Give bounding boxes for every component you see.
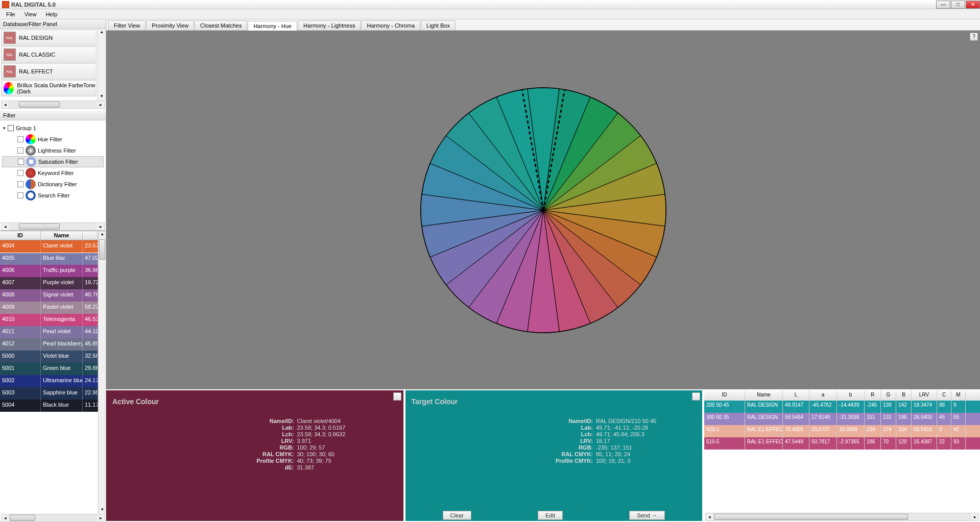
filter-checkbox[interactable] — [17, 136, 23, 142]
filter-checkbox[interactable] — [18, 159, 24, 165]
minimize-button[interactable]: — — [936, 1, 950, 9]
results-header-ID[interactable]: ID — [704, 390, 745, 401]
color-row-4006[interactable]: 4006Traffic purple36.964 — [0, 265, 98, 277]
group-label: Group 1 — [16, 125, 36, 131]
results-header-b[interactable]: b — [837, 390, 865, 401]
color-row-5000[interactable]: 5000Violet blue32.58 — [0, 351, 98, 363]
results-hscroll[interactable]: ◂▸ — [705, 513, 979, 521]
active-colour-panel: ? Active Colour Name/ID:Claret violet/40… — [106, 390, 403, 521]
tab-light-box[interactable]: Light Box — [421, 20, 456, 30]
filter-hue-filter[interactable]: Hue Filter — [2, 134, 104, 145]
filter-checkbox[interactable] — [17, 181, 23, 187]
color-row-5001[interactable]: 5001Green blue29.865 — [0, 363, 98, 375]
results-header-LRV[interactable]: LRV — [912, 390, 937, 401]
hue-wheel[interactable] — [418, 85, 668, 335]
field-key: RAL CMYK: — [223, 451, 294, 457]
color-row-4005[interactable]: 4005Blue lilac47.024 — [0, 253, 98, 265]
filter-search-filter[interactable]: Search Filter — [2, 190, 104, 201]
results-header-B[interactable]: B — [896, 390, 912, 401]
close-button[interactable]: ✕ — [966, 1, 980, 9]
color-row-5002[interactable]: 5002Ultramarine blue24.178 — [0, 375, 98, 387]
filter-icon — [26, 168, 36, 178]
tab-filter-view[interactable]: Filter View — [108, 20, 146, 30]
filter-dictionary-filter[interactable]: Dictionary Filter — [2, 179, 104, 190]
edit-button[interactable]: Edit — [538, 511, 563, 520]
field-value: 85; 11; 20; 24 — [596, 451, 698, 457]
results-header-a[interactable]: a — [809, 390, 837, 401]
field-value: RAL DESIGN/210 50 45 — [596, 418, 698, 424]
menu-file[interactable]: File — [2, 10, 19, 18]
tab-harmony-lightness[interactable]: Harmony - Lightness — [298, 20, 361, 30]
color-row-4010[interactable]: 4010Telemagenta46.53 — [0, 314, 98, 326]
field-key: LRV: — [521, 438, 593, 444]
results-header-L[interactable]: L — [783, 390, 809, 401]
results-header-M[interactable]: M — [951, 390, 966, 401]
field-value: 31.387 — [297, 464, 399, 470]
color-row-4007[interactable]: 4007Purple violet19.72 — [0, 277, 98, 289]
target-colour-title: Target Colour — [412, 397, 699, 406]
filter-keyword-filter[interactable]: Keyword Filter — [2, 167, 104, 179]
filter-checkbox[interactable] — [17, 192, 23, 198]
filter-label: Lightness Filter — [38, 147, 76, 154]
results-row-0[interactable]: 200 50 45RAL DESIGN49.9147-45.4762-14.44… — [704, 401, 980, 413]
color-row-4011[interactable]: 4011Pearl violet44.10 — [0, 326, 98, 338]
color-row-4008[interactable]: 4008Signal violet40.76 — [0, 289, 98, 302]
colors-vscroll[interactable]: ▴▾ — [98, 231, 106, 514]
results-header-R[interactable]: R — [865, 390, 881, 401]
color-row-4009[interactable]: 4009Pastel violet58.22 — [0, 302, 98, 314]
results-header-C[interactable]: C — [937, 390, 951, 401]
tab-proximity-view[interactable]: Proximity View — [146, 20, 194, 30]
field-value: 3.971 — [297, 438, 399, 444]
maximize-button[interactable]: □ — [951, 1, 965, 9]
db-panel-header: Database/Filter Panel — [0, 19, 106, 29]
filter-saturation-filter[interactable]: Saturation Filter — [2, 156, 104, 167]
db-item-3[interactable]: Brillux Scala Dunkle FarbeTone (Dark — [1, 80, 97, 96]
field-key: Lch: — [521, 431, 593, 437]
color-row-5004[interactable]: 5004Black blue11.17 — [0, 400, 98, 412]
tab-closest-matches[interactable]: Closest Matches — [195, 20, 247, 30]
db-item-2[interactable]: RALRAL EFFECT — [1, 63, 97, 80]
filter-checkbox[interactable] — [17, 170, 23, 176]
filter-label: Dictionary Filter — [38, 181, 77, 187]
filter-hscroll[interactable]: ◂▸ — [1, 222, 105, 231]
group-icon — [8, 125, 14, 131]
filter-checkbox[interactable] — [17, 147, 23, 154]
results-header-Name[interactable]: Name — [745, 390, 783, 401]
results-row-1[interactable]: 300 60 35RAL DESIGN58.546417.9149-31.393… — [704, 413, 980, 425]
menu-help[interactable]: Help — [41, 10, 61, 18]
clear-button[interactable]: Clear — [443, 511, 471, 520]
filter-lightness-filter[interactable]: Lightness Filter — [2, 145, 104, 156]
db-label: RAL CLASSIC — [19, 52, 55, 58]
results-row-2[interactable]: 420-1RAL E1 EFFECT76.400520.673719.00882… — [704, 425, 980, 437]
db-hscroll[interactable]: ◂▸ — [1, 101, 105, 109]
menu-view[interactable]: View — [20, 10, 41, 18]
field-value: 30; 100; 30; 60 — [297, 451, 399, 457]
db-label: Brillux Scala Dunkle FarbeTone (Dark — [17, 82, 96, 94]
color-row-4012[interactable]: 4012Pearl blackberry45.89 — [0, 338, 98, 351]
filter-label: Keyword Filter — [38, 170, 74, 176]
results-row-3[interactable]: 510-5RAL E1 EFFECT47.544950.7817-2.97365… — [704, 437, 980, 450]
filter-icon — [26, 157, 36, 167]
db-vscroll[interactable]: ▴▾ — [98, 29, 106, 101]
target-help-button[interactable]: ? — [692, 392, 700, 401]
active-help-button[interactable]: ? — [393, 392, 401, 401]
expand-icon[interactable]: ▾ — [3, 126, 6, 131]
send-button[interactable]: Send → — [629, 511, 665, 520]
tab-harmony-chroma[interactable]: Harmony - Chroma — [361, 20, 420, 30]
field-key: Lab: — [521, 425, 593, 431]
results-header-G[interactable]: G — [881, 390, 896, 401]
color-row-5003[interactable]: 5003Sapphire blue22.956 — [0, 387, 98, 400]
filter-icon — [26, 134, 36, 144]
db-item-1[interactable]: RALRAL CLASSIC — [1, 46, 97, 63]
tab-harmony-hue[interactable]: Harmony - Hue — [248, 21, 297, 31]
color-row-4004[interactable]: 4004Claret violet23.578 — [0, 240, 98, 253]
canvas-help-button[interactable]: ? — [970, 33, 978, 41]
colors-hscroll[interactable]: ◂▸ — [1, 514, 105, 522]
field-key: RAL CMYK: — [521, 451, 593, 457]
filter-group[interactable]: ▾ Group 1 — [2, 122, 104, 134]
swatch-icon: RAL — [4, 48, 16, 61]
field-value: 100; 29; 57 — [297, 444, 399, 451]
field-value: -235; 137; 151 — [596, 444, 698, 451]
filter-icon — [26, 179, 36, 189]
db-item-0[interactable]: RALRAL DESIGN — [1, 30, 97, 46]
